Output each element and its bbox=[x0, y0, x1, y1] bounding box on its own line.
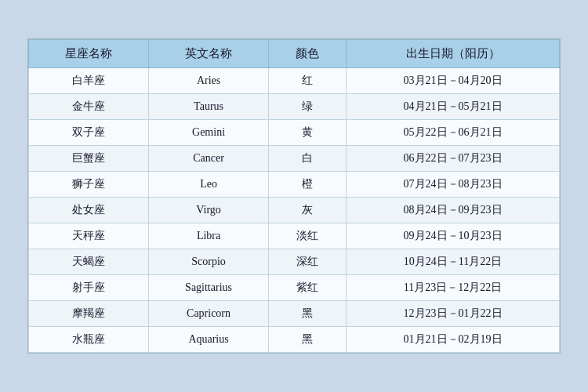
table-cell-r9-c2: 黑 bbox=[269, 301, 347, 327]
table-cell-r7-c0: 天蝎座 bbox=[29, 249, 149, 275]
table-cell-r1-c0: 金牛座 bbox=[29, 94, 149, 120]
table-cell-r2-c3: 05月22日－06月21日 bbox=[347, 120, 560, 146]
table-cell-r4-c1: Leo bbox=[149, 172, 269, 198]
table-cell-r7-c3: 10月24日－11月22日 bbox=[347, 249, 560, 275]
table-cell-r1-c2: 绿 bbox=[269, 94, 347, 120]
table-cell-r6-c0: 天秤座 bbox=[29, 223, 149, 249]
table-header-col-0: 星座名称 bbox=[29, 40, 149, 68]
table-cell-r2-c0: 双子座 bbox=[29, 120, 149, 146]
table-cell-r9-c3: 12月23日－01月22日 bbox=[347, 301, 560, 327]
table-cell-r3-c0: 巨蟹座 bbox=[29, 146, 149, 172]
table-cell-r2-c1: Gemini bbox=[149, 120, 269, 146]
zodiac-table: 星座名称英文名称颜色出生日期（阳历） 白羊座Aries红03月21日－04月20… bbox=[28, 39, 560, 353]
table-cell-r3-c2: 白 bbox=[269, 146, 347, 172]
table-row: 摩羯座Capricorn黑12月23日－01月22日 bbox=[29, 301, 560, 327]
table-cell-r10-c2: 黑 bbox=[269, 327, 347, 353]
table-cell-r4-c0: 狮子座 bbox=[29, 172, 149, 198]
table-header-row: 星座名称英文名称颜色出生日期（阳历） bbox=[29, 40, 560, 68]
table-cell-r10-c1: Aquarius bbox=[149, 327, 269, 353]
table-cell-r3-c3: 06月22日－07月23日 bbox=[347, 146, 560, 172]
table-row: 水瓶座Aquarius黑01月21日－02月19日 bbox=[29, 327, 560, 353]
table-body: 白羊座Aries红03月21日－04月20日金牛座Taurus绿04月21日－0… bbox=[29, 68, 560, 353]
table-cell-r6-c2: 淡红 bbox=[269, 223, 347, 249]
table-cell-r5-c2: 灰 bbox=[269, 198, 347, 223]
table-cell-r8-c3: 11月23日－12月22日 bbox=[347, 275, 560, 301]
table-cell-r3-c1: Cancer bbox=[149, 146, 269, 172]
table-row: 天蝎座Scorpio深红10月24日－11月22日 bbox=[29, 249, 560, 275]
table-cell-r5-c1: Virgo bbox=[149, 198, 269, 223]
table-header-col-2: 颜色 bbox=[269, 40, 347, 68]
table-row: 双子座Gemini黄05月22日－06月21日 bbox=[29, 120, 560, 146]
table-cell-r6-c3: 09月24日－10月23日 bbox=[347, 223, 560, 249]
table-row: 天秤座Libra淡红09月24日－10月23日 bbox=[29, 223, 560, 249]
table-cell-r7-c1: Scorpio bbox=[149, 249, 269, 275]
table-cell-r5-c0: 处女座 bbox=[29, 198, 149, 223]
table-cell-r5-c3: 08月24日－09月23日 bbox=[347, 198, 560, 223]
table-cell-r4-c3: 07月24日－08月23日 bbox=[347, 172, 560, 198]
table-cell-r9-c1: Capricorn bbox=[149, 301, 269, 327]
table-cell-r1-c3: 04月21日－05月21日 bbox=[347, 94, 560, 120]
table-cell-r7-c2: 深红 bbox=[269, 249, 347, 275]
table-cell-r4-c2: 橙 bbox=[269, 172, 347, 198]
table-row: 处女座Virgo灰08月24日－09月23日 bbox=[29, 198, 560, 223]
table-header-col-3: 出生日期（阳历） bbox=[347, 40, 560, 68]
table-row: 巨蟹座Cancer白06月22日－07月23日 bbox=[29, 146, 560, 172]
table-cell-r9-c0: 摩羯座 bbox=[29, 301, 149, 327]
table-header-col-1: 英文名称 bbox=[149, 40, 269, 68]
table-row: 金牛座Taurus绿04月21日－05月21日 bbox=[29, 94, 560, 120]
table-cell-r0-c3: 03月21日－04月20日 bbox=[347, 68, 560, 94]
table-row: 白羊座Aries红03月21日－04月20日 bbox=[29, 68, 560, 94]
table-cell-r0-c0: 白羊座 bbox=[29, 68, 149, 94]
table-cell-r8-c2: 紫红 bbox=[269, 275, 347, 301]
table-row: 射手座Sagittarius紫红11月23日－12月22日 bbox=[29, 275, 560, 301]
table-row: 狮子座Leo橙07月24日－08月23日 bbox=[29, 172, 560, 198]
table-cell-r8-c0: 射手座 bbox=[29, 275, 149, 301]
table-cell-r10-c3: 01月21日－02月19日 bbox=[347, 327, 560, 353]
table-cell-r10-c0: 水瓶座 bbox=[29, 327, 149, 353]
zodiac-table-container: 星座名称英文名称颜色出生日期（阳历） 白羊座Aries红03月21日－04月20… bbox=[27, 38, 561, 354]
table-cell-r0-c2: 红 bbox=[269, 68, 347, 94]
table-cell-r8-c1: Sagittarius bbox=[149, 275, 269, 301]
table-cell-r2-c2: 黄 bbox=[269, 120, 347, 146]
table-cell-r6-c1: Libra bbox=[149, 223, 269, 249]
table-cell-r1-c1: Taurus bbox=[149, 94, 269, 120]
table-cell-r0-c1: Aries bbox=[149, 68, 269, 94]
